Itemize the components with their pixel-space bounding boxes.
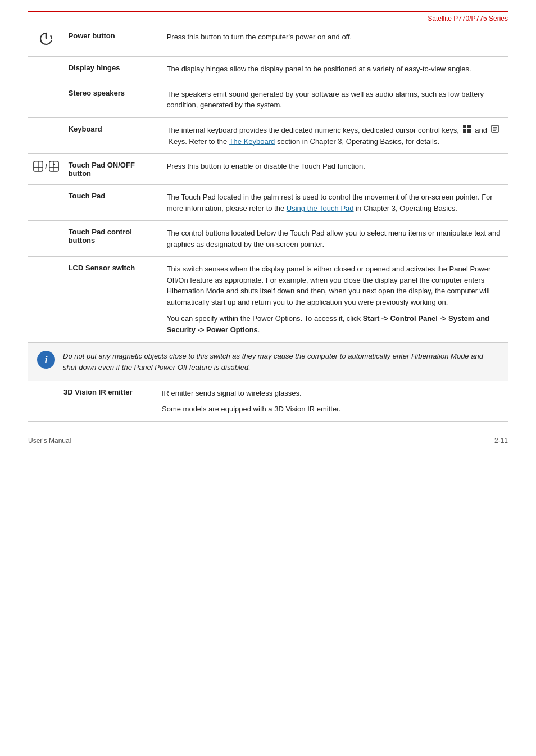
touchpad-control-desc: The control buttons located below the To… (162, 221, 508, 257)
svg-point-16 (53, 164, 55, 166)
display-hinges-desc: The display hinges allow the display pan… (162, 57, 508, 82)
svg-rect-5 (467, 129, 471, 133)
svg-rect-3 (467, 125, 471, 128)
table-row: / Touch Pad ON/OFF button Press this but… (28, 154, 508, 185)
icon-cell (28, 25, 64, 57)
info-box: i Do not put any magnetic objects close … (28, 342, 508, 381)
touchpad-onoff-label: Touch Pad ON/OFF button (64, 154, 162, 185)
info-box-text: Do not put any magnetic objects close to… (63, 351, 499, 373)
3d-vision-label: 3D Vision IR emitter (59, 381, 157, 422)
touchpad-label: Touch Pad (64, 185, 162, 221)
info-icon: i (37, 351, 55, 369)
3d-vision-desc: IR emitter sends signal to wireless glas… (157, 381, 508, 422)
table-row: Keyboard The internal keyboard provides … (28, 117, 508, 154)
touchpad-onoff-desc: Press this button to enable or disable t… (162, 154, 508, 185)
table-row: Display hinges The display hinges allow … (28, 57, 508, 82)
touchpad-desc: The Touch Pad located in the palm rest i… (162, 185, 508, 221)
touchpad-link[interactable]: Using the Touch Pad (287, 204, 354, 212)
power-button-label: Power button (64, 25, 162, 57)
touchpad-control-label: Touch Pad control buttons (64, 221, 162, 257)
table-row: 3D Vision IR emitter IR emitter sends si… (28, 381, 508, 422)
main-content-table: Power button Press this button to turn t… (28, 25, 508, 342)
svg-rect-4 (463, 129, 466, 133)
display-hinges-label: Display hinges (64, 57, 162, 82)
keyboard-desc: The internal keyboard provides the dedic… (162, 117, 508, 154)
keyboard-link[interactable]: The Keyboard (229, 137, 275, 146)
lcd-sensor-label: LCD Sensor switch (64, 257, 162, 342)
page-footer: User's Manual 2-11 (28, 433, 508, 445)
keyboard-label: Keyboard (64, 117, 162, 154)
series-title: Satellite P770/P775 Series (28, 12, 508, 22)
table-row: LCD Sensor switch This switch senses whe… (28, 257, 508, 342)
menu-key-icon (491, 125, 499, 136)
footer-right: 2-11 (494, 437, 508, 445)
svg-rect-2 (463, 125, 466, 128)
table-row: Stereo speakers The speakers emit sound … (28, 82, 508, 117)
power-options-text: Start -> Control Panel -> System and Sec… (167, 314, 489, 334)
lcd-sensor-desc: This switch senses when the display pane… (162, 257, 508, 342)
windows-flag-icon (463, 125, 471, 136)
stereo-speakers-desc: The speakers emit sound generated by you… (162, 82, 508, 117)
bottom-content-table: 3D Vision IR emitter IR emitter sends si… (28, 381, 508, 422)
page: Satellite P770/P775 Series Power button … (0, 0, 536, 756)
touchpad-onoff-icon: / (33, 161, 60, 172)
table-row: Power button Press this button to turn t… (28, 25, 508, 57)
power-button-desc: Press this button to turn the computer's… (162, 25, 508, 57)
footer-left: User's Manual (28, 437, 71, 445)
power-icon (39, 35, 53, 49)
stereo-speakers-label: Stereo speakers (64, 82, 162, 117)
table-row: Touch Pad The Touch Pad located in the p… (28, 185, 508, 221)
touchpad-onoff-icon-cell: / (28, 154, 64, 185)
table-row: Touch Pad control buttons The control bu… (28, 221, 508, 257)
